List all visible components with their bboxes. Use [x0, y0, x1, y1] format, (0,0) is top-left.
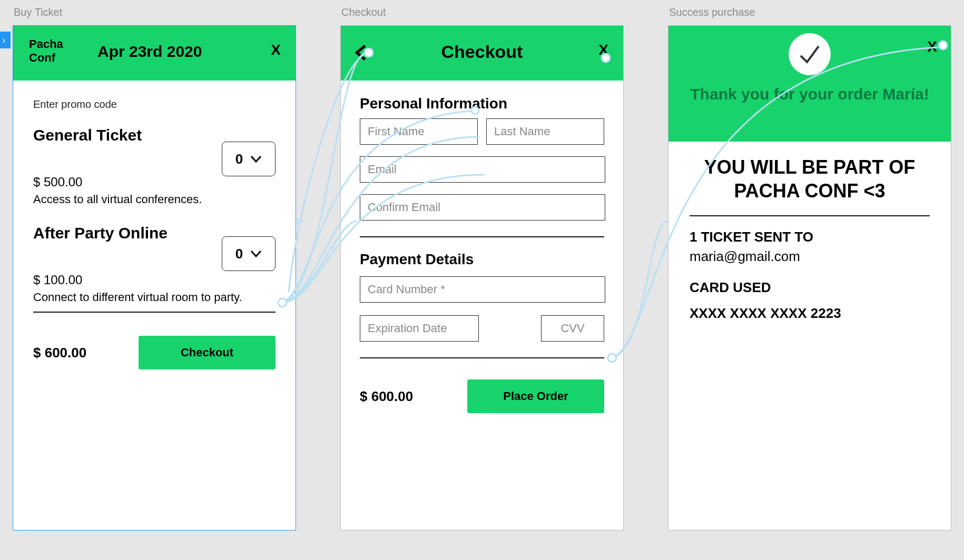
selection-handle — [0, 32, 11, 48]
chevron-down-icon — [250, 250, 262, 257]
divider — [360, 236, 604, 237]
checkout-body: Personal Information First Name Last Nam… — [341, 81, 623, 413]
divider — [33, 312, 276, 313]
frame-success: X Thank you for your order María! YOU WI… — [668, 25, 951, 531]
event-date: Apr 23rd 2020 — [97, 43, 202, 61]
ticket2-price: $ 100.00 — [33, 273, 276, 287]
chevron-down-icon — [250, 155, 262, 163]
buy-header: Pacha Conf Apr 23rd 2020 X — [13, 26, 296, 81]
place-order-button[interactable]: Place Order — [467, 379, 604, 413]
checkout-header: Checkout X — [341, 26, 623, 81]
check-icon — [798, 42, 822, 66]
last-name-field[interactable]: Last Name — [486, 118, 604, 145]
ticket1-qty-select[interactable]: 0 — [222, 142, 276, 176]
email-field[interactable]: Email — [360, 156, 605, 183]
thank-you-text: Thank you for your order María! — [684, 84, 935, 104]
divider — [690, 215, 930, 216]
frame-buy-ticket: Pacha Conf Apr 23rd 2020 X Enter promo c… — [13, 25, 296, 531]
frame-label-success: Success purchase — [669, 6, 755, 18]
buy-total: $ 600.00 — [33, 345, 86, 361]
expiration-date-field[interactable]: Expiration Date — [360, 315, 479, 342]
ticket2-qty-select[interactable]: 0 — [222, 236, 276, 271]
close-icon[interactable]: X — [271, 42, 281, 58]
success-body: YOU WILL BE PART OF PACHA CONF <3 1 TICK… — [668, 142, 951, 322]
frame-label-buy: Buy Ticket — [14, 6, 62, 18]
frame-label-checkout: Checkout — [341, 6, 386, 18]
ticket1-desc: Access to all virtual conferences. — [33, 193, 276, 206]
success-check-badge — [789, 33, 831, 75]
ticket2-desc: Connect to different virtual room to par… — [33, 291, 276, 304]
close-icon[interactable]: X — [927, 38, 937, 55]
ticket1-price: $ 500.00 — [33, 175, 276, 189]
confirm-email-field[interactable]: Confirm Email — [360, 194, 605, 221]
divider — [360, 357, 604, 358]
frame-checkout: Checkout X Personal Information First Na… — [340, 25, 624, 531]
brand-title: Pacha Conf — [29, 37, 76, 65]
selection-chevron-icon: › — [2, 35, 5, 46]
card-number-field[interactable]: Card Number * — [360, 276, 605, 303]
success-headline: YOU WILL BE PART OF PACHA CONF <3 — [690, 155, 930, 203]
promo-code-link[interactable]: Enter promo code — [33, 98, 276, 111]
checkout-total: $ 600.00 — [360, 388, 413, 405]
ticket1-qty-value: 0 — [235, 151, 243, 167]
checkout-title: Checkout — [341, 42, 623, 62]
first-name-field[interactable]: First Name — [360, 118, 478, 145]
card-used-masked: XXXX XXXX XXXX 2223 — [690, 305, 930, 322]
buy-body: Enter promo code General Ticket 0 $ 500.… — [13, 81, 296, 369]
cvv-field[interactable]: CVV — [541, 315, 604, 342]
ticket-sent-email: maria@gmail.com — [690, 248, 930, 265]
card-used-label: CARD USED — [690, 279, 930, 296]
personal-info-heading: Personal Information — [360, 95, 604, 112]
payment-heading: Payment Details — [360, 251, 604, 268]
close-icon[interactable]: X — [598, 42, 608, 58]
checkout-button[interactable]: Checkout — [139, 336, 276, 369]
ticket2-qty-value: 0 — [235, 246, 243, 262]
success-header: X Thank you for your order María! — [668, 26, 951, 142]
ticket-sent-label: 1 TICKET SENT TO — [690, 229, 930, 245]
